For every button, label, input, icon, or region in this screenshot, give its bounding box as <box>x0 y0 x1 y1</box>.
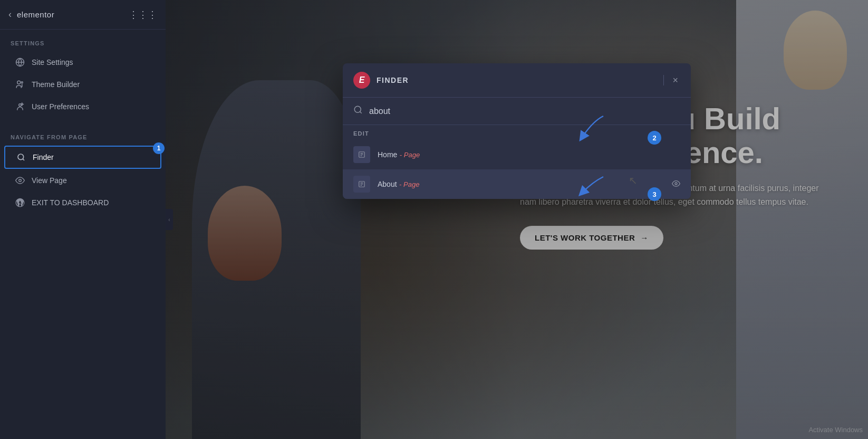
theme-builder-label: Theme Builder <box>32 80 151 89</box>
finder-search-icon <box>353 105 363 117</box>
finder-result-home-icon <box>353 146 370 163</box>
sidebar-header: ‹ elementor ⋮⋮⋮ <box>0 0 166 30</box>
finder-search-row <box>343 98 691 125</box>
step-badge-2: 2 <box>648 131 661 145</box>
finder-header-divider <box>663 75 664 85</box>
finder-header: E FINDER × <box>343 63 691 98</box>
svg-point-8 <box>354 106 361 112</box>
theme-builder-icon <box>15 79 25 90</box>
sidebar-item-theme-builder[interactable]: Theme Builder <box>4 74 161 95</box>
view-page-label: View Page <box>32 176 151 185</box>
settings-section-label: SETTINGS <box>0 30 166 51</box>
finder-overlay: E FINDER × EDIT <box>166 0 868 439</box>
navigate-section: NAVIGATE FROM PAGE Finder 1 View Page <box>0 123 166 214</box>
site-settings-label: Site Settings <box>32 58 151 66</box>
svg-point-2 <box>17 81 21 84</box>
finder-result-eye-icon[interactable] <box>672 179 680 189</box>
grid-icon[interactable]: ⋮⋮⋮ <box>129 9 157 21</box>
finder-title: FINDER <box>377 76 657 84</box>
svg-line-9 <box>360 111 361 113</box>
finder-search-input[interactable] <box>369 107 680 116</box>
finder-result-home-name: Home - Page <box>378 150 420 159</box>
globe-icon <box>15 57 25 68</box>
svg-line-6 <box>23 159 24 160</box>
sidebar-item-user-preferences[interactable]: User Preferences <box>4 96 161 117</box>
exit-dashboard-label: EXIT TO DASHBOARD <box>32 198 151 207</box>
finder-close-button[interactable]: × <box>670 73 680 88</box>
main-content: Helping You Build Inner Resilience. Pell… <box>166 0 868 439</box>
finder-logo: E <box>353 72 370 89</box>
navigate-section-label: NAVIGATE FROM PAGE <box>0 123 166 145</box>
back-arrow-icon[interactable]: ‹ <box>8 9 12 20</box>
sidebar: ‹ elementor ⋮⋮⋮ SETTINGS Site Settings <box>0 0 166 439</box>
finder-edit-label: EDIT <box>343 125 691 140</box>
svg-point-3 <box>21 82 23 83</box>
svg-point-18 <box>675 183 677 185</box>
finder-label: Finder <box>33 153 150 161</box>
finder-result-about-actions <box>672 179 680 189</box>
user-preferences-label: User Preferences <box>32 102 151 111</box>
finder-result-about[interactable]: About - Page <box>343 169 691 199</box>
sidebar-item-site-settings[interactable]: Site Settings <box>4 52 161 73</box>
wordpress-icon <box>15 197 25 208</box>
finder-modal: E FINDER × EDIT <box>343 63 691 199</box>
finder-result-about-name: About - Page <box>378 179 419 189</box>
step-badge-1: 1 <box>153 142 165 154</box>
sidebar-item-view-page[interactable]: View Page <box>4 170 161 191</box>
eye-icon <box>15 175 25 186</box>
finder-result-home[interactable]: Home - Page <box>343 140 691 169</box>
finder-result-about-icon <box>353 176 370 193</box>
sidebar-logo: elementor <box>17 10 54 19</box>
svg-point-7 <box>19 179 22 182</box>
sidebar-item-exit-dashboard[interactable]: EXIT TO DASHBOARD <box>4 192 161 213</box>
svg-point-5 <box>18 154 24 160</box>
sidebar-header-left: ‹ elementor <box>8 9 54 20</box>
step-badge-3: 3 <box>648 187 661 201</box>
settings-section: SETTINGS Site Settings Theme Builder <box>0 30 166 118</box>
search-icon <box>16 152 26 163</box>
sidebar-item-finder[interactable]: Finder 1 <box>4 146 161 169</box>
user-prefs-icon <box>15 101 25 112</box>
